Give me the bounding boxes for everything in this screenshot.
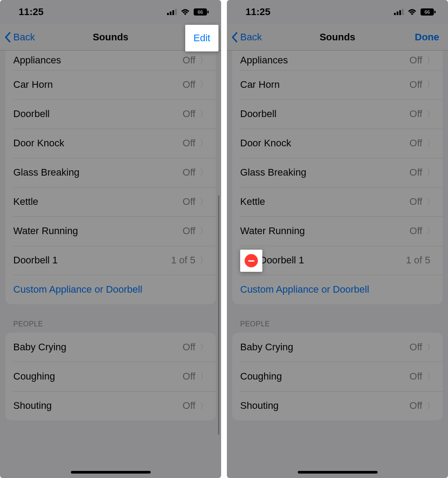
row-baby-crying[interactable]: Baby Crying Off 〉 xyxy=(5,333,216,362)
row-doorbell[interactable]: Doorbell Off 〉 xyxy=(5,99,216,129)
row-kettle[interactable]: Kettle Off 〉 xyxy=(232,187,443,216)
row-value: 1 of 5 xyxy=(406,255,430,266)
battery-icon: 66 xyxy=(194,8,209,16)
highlight-edit: Edit xyxy=(185,25,218,51)
row-label: Kettle xyxy=(13,196,183,208)
cellular-icon xyxy=(167,9,177,15)
back-button[interactable]: Back xyxy=(4,31,35,43)
row-label: Glass Breaking xyxy=(13,167,183,178)
row-value: Off xyxy=(183,341,195,353)
svg-rect-7 xyxy=(394,13,396,15)
back-label: Back xyxy=(13,31,35,43)
svg-rect-1 xyxy=(170,12,171,15)
row-door-knock[interactable]: Door Knock Off 〉 xyxy=(232,129,443,158)
status-bar: 11:25 66 xyxy=(0,0,221,24)
done-button[interactable]: Done xyxy=(415,31,439,43)
chevron-right-icon: 〉 xyxy=(200,371,208,382)
row-value: Off xyxy=(409,55,422,66)
row-label: Doorbell 1 xyxy=(260,255,406,266)
right-screenshot: 11:25 66 Back Sounds Done Appliances Off xyxy=(227,0,448,478)
row-glass-breaking[interactable]: Glass Breaking Off 〉 xyxy=(232,158,443,187)
people-group: Baby Crying Off 〉 Coughing Off 〉 Shoutin… xyxy=(5,333,216,420)
status-time: 11:25 xyxy=(245,6,270,18)
row-kettle[interactable]: Kettle Off 〉 xyxy=(5,187,216,216)
home-indicator[interactable] xyxy=(71,471,151,474)
row-doorbell-1[interactable]: Doorbell 1 1 of 5 〉 xyxy=(5,246,216,275)
delete-icon[interactable] xyxy=(245,254,258,267)
row-label: Door Knock xyxy=(240,137,409,149)
row-shouting[interactable]: Shouting Off 〉 xyxy=(5,391,216,420)
row-coughing[interactable]: Coughing Off 〉 xyxy=(5,362,216,391)
row-baby-crying[interactable]: Baby Crying Off 〉 xyxy=(232,333,443,362)
content-area: Appliances Off 〉 Car Horn Off 〉 Doorbell… xyxy=(0,51,221,420)
row-custom-link[interactable]: Custom Appliance or Doorbell xyxy=(232,275,443,304)
chevron-right-icon: 〉 xyxy=(200,342,208,353)
row-label: Coughing xyxy=(13,371,183,382)
row-value: Off xyxy=(409,225,422,237)
row-water-running[interactable]: Water Running Off 〉 xyxy=(5,216,216,246)
highlight-delete xyxy=(240,250,262,272)
chevron-right-icon: 〉 xyxy=(200,167,208,178)
scroll-indicator[interactable] xyxy=(218,195,219,435)
svg-rect-9 xyxy=(399,10,401,15)
section-header-people: PEOPLE xyxy=(240,320,435,328)
chevron-left-icon xyxy=(4,32,12,43)
row-label: Door Knock xyxy=(13,137,183,149)
row-doorbell-1[interactable]: Doorbell 1 1 of 5 xyxy=(232,246,443,275)
chevron-right-icon: 〉 xyxy=(427,371,435,382)
sounds-group: Appliances Off 〉 Car Horn Off 〉 Doorbell… xyxy=(5,51,216,304)
row-label: Coughing xyxy=(240,371,409,382)
row-appliances[interactable]: Appliances Off 〉 xyxy=(5,51,216,70)
svg-rect-8 xyxy=(397,12,398,15)
row-value: Off xyxy=(183,137,195,149)
edit-highlight-label[interactable]: Edit xyxy=(194,32,210,44)
row-water-running[interactable]: Water Running Off 〉 xyxy=(232,216,443,246)
row-value: Off xyxy=(409,196,422,208)
row-label: Appliances xyxy=(13,55,183,66)
back-button[interactable]: Back xyxy=(231,31,262,43)
row-glass-breaking[interactable]: Glass Breaking Off 〉 xyxy=(5,158,216,187)
row-value: Off xyxy=(409,371,422,382)
row-value: Off xyxy=(183,371,195,382)
row-coughing[interactable]: Coughing Off 〉 xyxy=(232,362,443,391)
row-car-horn[interactable]: Car Horn Off 〉 xyxy=(232,70,443,99)
chevron-right-icon: 〉 xyxy=(427,226,435,236)
row-car-horn[interactable]: Car Horn Off 〉 xyxy=(5,70,216,99)
section-header-people: PEOPLE xyxy=(13,320,208,328)
chevron-right-icon: 〉 xyxy=(200,55,208,66)
battery-icon: 66 xyxy=(421,8,436,16)
row-value: Off xyxy=(183,167,195,178)
row-label: Doorbell 1 xyxy=(13,255,171,266)
chevron-right-icon: 〉 xyxy=(200,226,208,236)
row-label: Doorbell xyxy=(13,108,183,120)
content-area: Appliances Off 〉 Car Horn Off 〉 Doorbell… xyxy=(227,51,448,420)
row-value: Off xyxy=(409,79,422,90)
nav-bar: Back Sounds Done xyxy=(227,24,448,51)
chevron-right-icon: 〉 xyxy=(427,400,435,411)
chevron-right-icon: 〉 xyxy=(200,255,208,266)
chevron-right-icon: 〉 xyxy=(427,79,435,90)
svg-rect-2 xyxy=(172,10,174,15)
row-label: Appliances xyxy=(240,55,409,66)
svg-rect-12 xyxy=(434,11,436,13)
custom-link-label: Custom Appliance or Doorbell xyxy=(13,284,208,295)
back-label: Back xyxy=(240,31,262,43)
svg-rect-0 xyxy=(167,13,169,15)
home-indicator[interactable] xyxy=(298,471,378,474)
row-shouting[interactable]: Shouting Off 〉 xyxy=(232,391,443,420)
row-doorbell[interactable]: Doorbell Off 〉 xyxy=(232,99,443,129)
row-label: Kettle xyxy=(240,196,409,208)
row-appliances[interactable]: Appliances Off 〉 xyxy=(232,51,443,70)
svg-text:66: 66 xyxy=(198,9,203,15)
row-custom-link[interactable]: Custom Appliance or Doorbell xyxy=(5,275,216,304)
row-label: Baby Crying xyxy=(240,341,409,353)
row-label: Baby Crying xyxy=(13,341,183,353)
status-time: 11:25 xyxy=(19,6,43,18)
svg-text:66: 66 xyxy=(425,9,430,15)
svg-rect-5 xyxy=(207,11,209,13)
row-door-knock[interactable]: Door Knock Off 〉 xyxy=(5,129,216,158)
chevron-right-icon: 〉 xyxy=(427,109,435,119)
wifi-icon xyxy=(407,8,417,16)
row-value: Off xyxy=(409,341,422,353)
chevron-right-icon: 〉 xyxy=(200,196,208,207)
